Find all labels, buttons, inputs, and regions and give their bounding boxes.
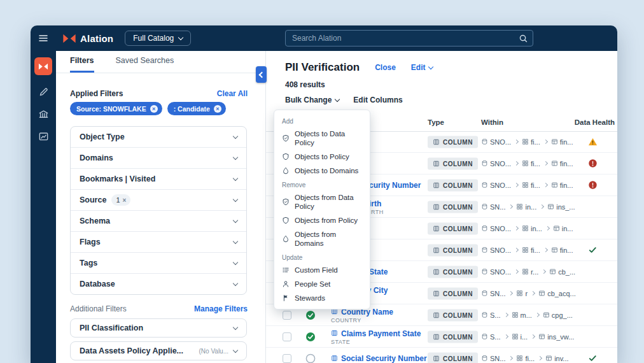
menu-item[interactable]: Objects from Domains bbox=[274, 227, 370, 250]
object-name-link[interactable]: Claims Payment State bbox=[341, 329, 421, 338]
close-link[interactable]: Close bbox=[375, 63, 396, 72]
breadcrumb-item[interactable]: SN... bbox=[481, 290, 505, 297]
remove-source-filter-icon[interactable]: × bbox=[123, 197, 127, 204]
filter-section-pii-classification[interactable]: PII Classification bbox=[70, 318, 247, 338]
remove-filter-icon[interactable]: × bbox=[214, 105, 221, 113]
filter-section-flags[interactable]: Flags bbox=[71, 231, 246, 252]
breadcrumb-item[interactable]: cpg_... bbox=[543, 311, 573, 319]
analytics-icon[interactable] bbox=[38, 131, 49, 142]
source-count-badge[interactable]: 1× bbox=[111, 194, 130, 206]
breadcrumb-item[interactable]: SNO... bbox=[481, 225, 511, 232]
tab-saved-searches[interactable]: Saved Searches bbox=[116, 56, 174, 73]
filter-section-bookmarks-visited[interactable]: Bookmarks | Visited bbox=[71, 168, 246, 189]
breadcrumb-item[interactable]: fin... bbox=[551, 160, 573, 167]
filter-section-data-assets-policy[interactable]: Data Assets Policy Applie... (No Valu... bbox=[70, 341, 247, 360]
breadcrumb-item[interactable]: ins_... bbox=[547, 203, 575, 211]
breadcrumb-item[interactable]: S... bbox=[481, 333, 501, 341]
collapse-panel-button[interactable] bbox=[256, 66, 267, 83]
type-badge: COLUMN bbox=[428, 331, 478, 343]
filter-section-schema[interactable]: Schema bbox=[71, 210, 246, 231]
menu-item[interactable]: Stewards bbox=[274, 291, 370, 305]
breadcrumb-item[interactable]: S... bbox=[481, 311, 501, 319]
breadcrumb-item[interactable]: r... bbox=[522, 268, 538, 276]
chevron-right-icon bbox=[514, 183, 519, 187]
filter-section-database[interactable]: Database bbox=[71, 273, 246, 294]
breadcrumb-item[interactable]: fi... bbox=[522, 138, 540, 146]
breadcrumb-label: SN... bbox=[490, 355, 505, 362]
breadcrumb-item[interactable]: fin... bbox=[551, 138, 573, 146]
menu-item[interactable]: Objects to Policy bbox=[274, 150, 370, 164]
menu-item[interactable]: Objects from Policy bbox=[274, 213, 370, 227]
edit-link[interactable]: Edit bbox=[411, 63, 433, 72]
breadcrumb-item[interactable]: fi... bbox=[516, 355, 535, 362]
breadcrumb-item[interactable]: fi... bbox=[522, 246, 540, 254]
breadcrumb-item[interactable]: fin... bbox=[551, 246, 573, 254]
row-checkbox[interactable] bbox=[283, 332, 291, 341]
breadcrumb-item[interactable]: i... bbox=[512, 333, 528, 341]
within-breadcrumb: SN...in...ins_... bbox=[481, 203, 575, 211]
menu-button[interactable] bbox=[31, 33, 56, 43]
object-name-link[interactable]: State bbox=[369, 267, 388, 276]
breadcrumb-label: SNO... bbox=[490, 160, 511, 167]
menu-item[interactable]: Objects to Domains bbox=[274, 164, 370, 178]
manage-filters-link[interactable]: Manage Filters bbox=[194, 304, 248, 313]
govern-icon[interactable] bbox=[38, 109, 49, 120]
breadcrumb-item[interactable]: in... bbox=[522, 225, 542, 232]
breadcrumb-item[interactable]: m... bbox=[512, 311, 532, 319]
breadcrumb-item[interactable]: SNO... bbox=[481, 138, 511, 146]
search-icon[interactable] bbox=[519, 34, 528, 43]
breadcrumb-item[interactable]: fin... bbox=[551, 182, 573, 189]
breadcrumb-item[interactable]: cb_acq... bbox=[538, 290, 576, 297]
additional-filters-label: Additional Filters bbox=[70, 304, 127, 313]
applied-filter-chip[interactable]: Source: SNOWFLAKE× bbox=[70, 102, 162, 115]
breadcrumb-item[interactable]: r bbox=[516, 290, 528, 297]
filter-section-domains[interactable]: Domains bbox=[71, 147, 246, 168]
filter-section-tags[interactable]: Tags bbox=[71, 252, 246, 273]
remove-filter-icon[interactable]: × bbox=[150, 105, 158, 113]
breadcrumb-item[interactable]: SNO... bbox=[481, 160, 511, 167]
breadcrumb-item[interactable]: SN... bbox=[481, 203, 505, 211]
breadcrumb-label: SNO... bbox=[490, 138, 511, 146]
search-bar bbox=[285, 30, 533, 46]
filter-section-source[interactable]: Source 1× bbox=[71, 189, 246, 210]
breadcrumb-item[interactable]: SNO... bbox=[481, 182, 511, 189]
object-name-link[interactable]: Social Security Number bbox=[341, 354, 427, 363]
breadcrumb-item[interactable]: in... bbox=[516, 203, 536, 211]
column-header-within[interactable]: Within bbox=[481, 118, 503, 126]
filter-section-object-type[interactable]: Object Type bbox=[71, 127, 246, 147]
clear-all-link[interactable]: Clear All bbox=[217, 89, 248, 98]
object-name-link[interactable]: irth bbox=[369, 199, 381, 208]
type-label: COLUMN bbox=[443, 246, 473, 253]
row-checkbox[interactable] bbox=[283, 311, 291, 320]
full-catalog-button[interactable]: Full Catalog bbox=[125, 31, 191, 46]
curate-icon[interactable] bbox=[38, 87, 49, 97]
menu-item[interactable]: Custom Field bbox=[274, 263, 370, 277]
column-header-type[interactable]: Type bbox=[428, 118, 444, 126]
source-icon bbox=[481, 246, 488, 253]
breadcrumb-item[interactable]: fi... bbox=[522, 182, 540, 189]
breadcrumb-item[interactable]: in... bbox=[553, 225, 573, 232]
table-icon bbox=[549, 268, 556, 275]
tab-filters[interactable]: Filters bbox=[70, 56, 94, 73]
breadcrumb-item[interactable]: ins_vw... bbox=[538, 333, 574, 341]
stewards-icon bbox=[282, 294, 290, 302]
column-header-data-health[interactable]: Data Health bbox=[575, 118, 615, 126]
edit-columns-button[interactable]: Edit Columns bbox=[353, 96, 402, 104]
breadcrumb-item[interactable]: SNO... bbox=[481, 246, 511, 254]
breadcrumb-item[interactable]: fi... bbox=[522, 160, 540, 167]
bulk-change-button[interactable]: Bulk Change bbox=[285, 96, 339, 104]
menu-item[interactable]: Objects to Data Policy bbox=[274, 127, 370, 150]
menu-item[interactable]: People Set bbox=[274, 277, 370, 291]
applied-filter-chip[interactable]: : Candidate× bbox=[167, 102, 226, 115]
sidebar-item-home-active[interactable] bbox=[34, 57, 52, 75]
breadcrumb-item[interactable]: inv... bbox=[545, 355, 568, 362]
alation-logo[interactable]: Alation bbox=[62, 33, 113, 44]
breadcrumb-item[interactable]: SNO... bbox=[481, 268, 511, 276]
search-input[interactable] bbox=[285, 30, 533, 46]
breadcrumb-item[interactable]: cb_... bbox=[549, 268, 575, 276]
object-name-link[interactable]: curity Number bbox=[369, 181, 421, 190]
menu-item[interactable]: Objects from Data Policy bbox=[274, 190, 370, 213]
type-badge: COLUMN bbox=[428, 309, 478, 321]
row-checkbox[interactable] bbox=[283, 354, 291, 363]
breadcrumb-item[interactable]: SN... bbox=[481, 355, 505, 362]
